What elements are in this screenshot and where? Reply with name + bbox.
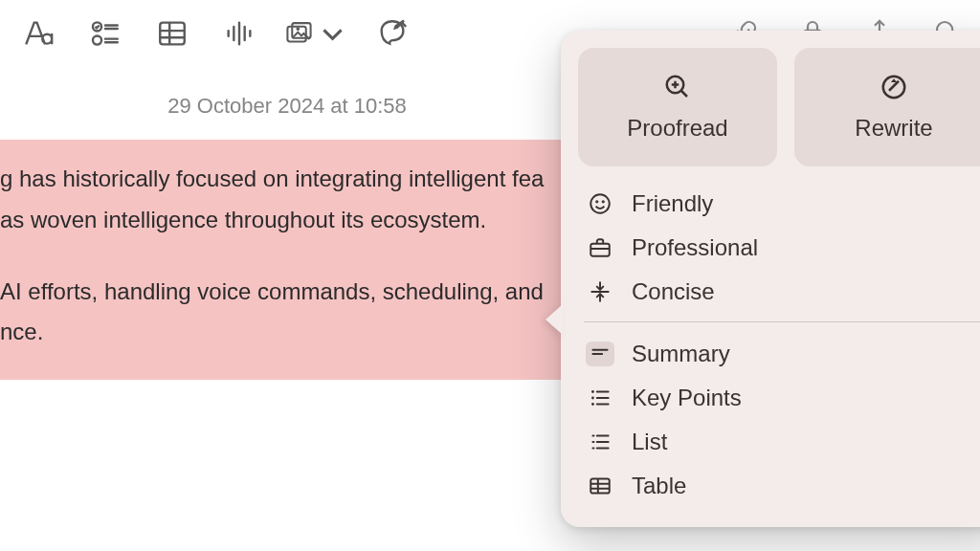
- svg-point-16: [591, 403, 594, 406]
- svg-rect-2: [160, 23, 185, 45]
- transform-summary-label: Summary: [632, 341, 730, 367]
- note-line: as woven intelligence throughout its eco…: [0, 204, 562, 237]
- svg-point-5: [296, 27, 300, 31]
- tone-professional-label: Professional: [632, 234, 758, 261]
- rewrite-icon: [880, 73, 908, 101]
- summary-icon: [586, 342, 614, 366]
- svg-point-14: [591, 390, 594, 393]
- text-style-icon: [22, 17, 55, 50]
- svg-point-12: [603, 201, 604, 202]
- svg-rect-13: [590, 244, 610, 256]
- tone-concise[interactable]: Concise: [582, 270, 980, 314]
- text-style-button[interactable]: [11, 7, 65, 60]
- transform-table[interactable]: Table: [582, 464, 980, 508]
- bullet-list-icon: [588, 386, 612, 410]
- checklist-button[interactable]: [78, 7, 132, 60]
- svg-point-1: [93, 36, 101, 45]
- writing-tools-icon: [376, 17, 409, 50]
- tone-concise-label: Concise: [632, 278, 715, 305]
- popover-divider: [584, 321, 980, 322]
- concise-icon: [588, 279, 612, 304]
- proofread-icon: [663, 73, 692, 101]
- svg-point-10: [590, 194, 610, 213]
- photo-icon: [285, 17, 313, 50]
- tone-friendly[interactable]: Friendly: [582, 182, 980, 226]
- smile-icon: [588, 191, 612, 216]
- rewrite-button[interactable]: Rewrite: [794, 48, 980, 166]
- media-insert-button[interactable]: [279, 7, 352, 60]
- tone-professional[interactable]: Professional: [582, 226, 980, 270]
- transform-list[interactable]: List: [582, 420, 980, 464]
- svg-rect-17: [590, 478, 610, 493]
- writing-tools-popover: Proofread Rewrite Friendly Professional …: [561, 31, 980, 527]
- proofread-button[interactable]: Proofread: [578, 48, 777, 166]
- note-line: AI efforts, handling voice commands, sch…: [0, 276, 562, 309]
- table-small-icon: [588, 474, 612, 498]
- briefcase-icon: [588, 235, 612, 260]
- chevron-down-icon: [319, 17, 346, 50]
- transform-key-points-label: Key Points: [632, 385, 742, 411]
- table-icon: [156, 17, 189, 50]
- audio-wave-icon: [223, 17, 256, 50]
- checklist-icon: [89, 17, 122, 50]
- note-line: g has historically focused on integratin…: [0, 163, 562, 196]
- selected-text-region: g has historically focused on integratin…: [0, 140, 579, 380]
- transform-summary[interactable]: Summary: [582, 332, 980, 376]
- audio-button[interactable]: [212, 7, 266, 60]
- list-icon: [588, 430, 612, 454]
- note-timestamp: 29 October 2024 at 10:58: [0, 94, 574, 119]
- transform-list-label: List: [632, 429, 667, 455]
- svg-point-11: [596, 201, 597, 202]
- transform-key-points[interactable]: Key Points: [582, 376, 980, 420]
- writing-tools-button[interactable]: [366, 7, 419, 60]
- proofread-label: Proofread: [627, 115, 727, 142]
- tone-friendly-label: Friendly: [632, 190, 713, 217]
- table-button[interactable]: [145, 7, 199, 60]
- note-line: nce.: [0, 316, 562, 349]
- transform-table-label: Table: [632, 473, 686, 499]
- rewrite-label: Rewrite: [855, 115, 932, 142]
- svg-point-15: [591, 397, 594, 400]
